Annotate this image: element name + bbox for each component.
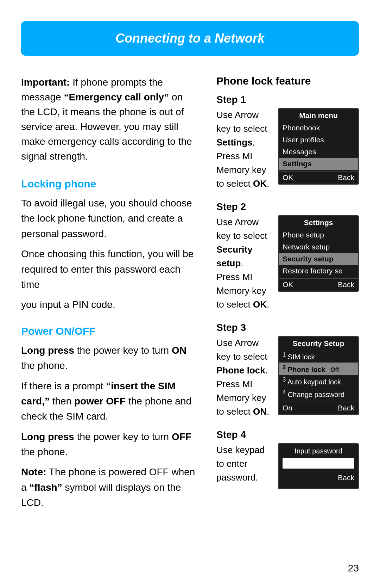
step-4-block: Step 4 Use keypad to enter password. Inp…	[216, 429, 359, 489]
power-section: Power ON/OFF Long press the power key to…	[21, 325, 195, 510]
step-3-screen-title: Security Setup	[279, 337, 358, 350]
step-3-content: Use Arrow key to select Phone lock. Pres…	[216, 336, 359, 419]
step-3-back: Back	[338, 404, 354, 412]
step-1-bottom-bar: OK Back	[279, 171, 358, 184]
step-2-screen-title: Settings	[279, 216, 358, 229]
step-1-text: Use Arrow key to select Settings. Press …	[216, 108, 272, 191]
step-4-label: Step 4	[216, 429, 359, 440]
step-2-item-networksetup: Network setup	[279, 241, 358, 253]
step-3-item-changepassword: 4 Change password	[279, 388, 358, 400]
phone-lock-feature-title: Phone lock feature	[216, 75, 359, 87]
step-3-screen: Security Setup 1 SIM lock 2 Phone lock O…	[278, 336, 359, 415]
important-block: Important: If phone prompts the message …	[21, 75, 195, 164]
left-column: Important: If phone prompts the message …	[21, 75, 195, 523]
step-3-block: Step 3 Use Arrow key to select Phone loc…	[216, 322, 359, 419]
step-4-back: Back	[338, 474, 354, 482]
power-para3: Long press the power key to turn OFF the…	[21, 429, 195, 460]
step-1-item-messages: Messages	[279, 146, 358, 158]
locking-phone-para2: Once choosing this function, you will be…	[21, 246, 195, 292]
step-1-screen-title: Main menu	[279, 109, 358, 122]
step-1-content: Use Arrow key to select Settings. Press …	[216, 108, 359, 191]
power-heading: Power ON/OFF	[21, 325, 195, 337]
page-number: 23	[348, 563, 359, 574]
step-2-screen: Settings Phone setup Network setup Secur…	[278, 215, 359, 292]
step-1-item-phonebook: Phonebook	[279, 122, 358, 134]
step-1-item-settings: Settings	[279, 158, 358, 170]
page-container: Connecting to a Network Important: If ph…	[0, 0, 380, 588]
right-column: Phone lock feature Step 1 Use Arrow key …	[216, 75, 359, 500]
step-3-bottom-bar: On Back	[279, 402, 358, 414]
step-3-item-phonelock: 2 Phone lock Off	[279, 363, 358, 375]
locking-phone-section: Locking phone To avoid illegal use, you …	[21, 178, 195, 312]
power-para1: Long press the power key to turn ON the …	[21, 343, 195, 373]
step-2-bottom-bar: OK Back	[279, 278, 358, 291]
step-1-back: Back	[338, 173, 354, 182]
locking-phone-para1: To avoid illegal use, you should choose …	[21, 196, 195, 241]
step-1-block: Step 1 Use Arrow key to select Settings.…	[216, 94, 359, 191]
step-2-text: Use Arrow key to select Security setup. …	[216, 215, 272, 311]
important-emerg: “Emergency call only”	[64, 92, 169, 103]
important-label: Important:	[21, 77, 70, 88]
locking-phone-para3: you input a PIN code.	[21, 297, 195, 312]
step-3-label: Step 3	[216, 322, 359, 333]
step-3-on: On	[283, 404, 292, 412]
step-4-input-box	[283, 458, 354, 469]
step-2-item-securitysetup: Security setup	[279, 253, 358, 265]
content-columns: Important: If phone prompts the message …	[21, 75, 359, 523]
power-para2: If there is a prompt “insert the SIM car…	[21, 378, 195, 424]
step-4-input-label: Input password	[279, 444, 358, 457]
step-2-item-restore: Restore factory se	[279, 265, 358, 277]
step-1-item-userprofiles: User profiles	[279, 134, 358, 146]
step-2-content: Use Arrow key to select Security setup. …	[216, 215, 359, 311]
step-4-back-bar: Back	[279, 471, 358, 484]
step-2-ok: OK	[283, 280, 293, 289]
step-3-item-simlock: 1 SIM lock	[279, 350, 358, 363]
step-4-content: Use keypad to enter password. Input pass…	[216, 443, 359, 489]
step-4-text: Use keypad to enter password.	[216, 443, 272, 484]
header-title: Connecting to a Network	[115, 31, 265, 45]
step-3-item-autokeypad: 3 Auto keypad lock	[279, 375, 358, 388]
step-1-screen: Main menu Phonebook User profiles Messag…	[278, 108, 359, 185]
step-4-screen: Input password Back	[278, 443, 359, 489]
step-2-back: Back	[338, 280, 354, 289]
step-1-ok: OK	[283, 173, 293, 182]
step-2-block: Step 2 Use Arrow key to select Security …	[216, 201, 359, 311]
header-banner: Connecting to a Network	[21, 21, 359, 56]
locking-phone-heading: Locking phone	[21, 178, 195, 190]
step-3-text: Use Arrow key to select Phone lock. Pres…	[216, 336, 272, 419]
power-note: Note: The phone is powered OFF when a “f…	[21, 464, 195, 510]
step-2-label: Step 2	[216, 201, 359, 212]
step-2-item-phonesetup: Phone setup	[279, 229, 358, 241]
step-1-label: Step 1	[216, 94, 359, 105]
